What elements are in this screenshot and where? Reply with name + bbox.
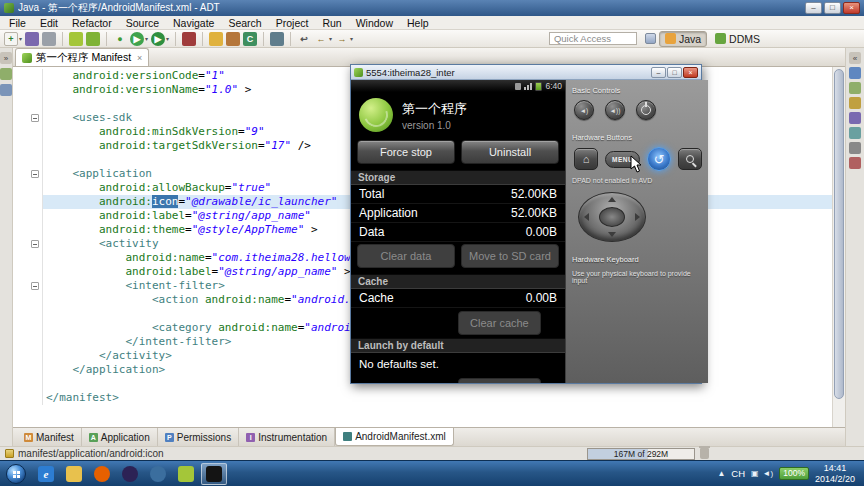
new-project-button[interactable] xyxy=(209,32,223,46)
taskbar-adt-button[interactable] xyxy=(145,463,171,485)
menu-refactor[interactable]: Refactor xyxy=(65,17,119,29)
volume-tray-icon[interactable]: ◄) xyxy=(763,469,774,478)
editor-scrollbar[interactable] xyxy=(832,67,845,427)
new-class-button[interactable]: C xyxy=(243,32,257,46)
perspective-ddms-button[interactable]: DDMS xyxy=(710,32,765,46)
tab-application[interactable]: AApplication xyxy=(82,428,158,446)
menu-edit[interactable]: Edit xyxy=(33,17,65,29)
menu-navigate[interactable]: Navigate xyxy=(166,17,221,29)
tab-permissions[interactable]: PPermissions xyxy=(158,428,239,446)
dpad-center-button[interactable] xyxy=(599,207,625,227)
volume-down-button[interactable]: ◄) xyxy=(574,100,594,120)
fold-marker-icon[interactable] xyxy=(31,114,39,122)
dropdown-arrow-icon[interactable]: ▾ xyxy=(145,35,148,42)
menu-file[interactable]: File xyxy=(2,17,33,29)
power-button[interactable] xyxy=(636,100,656,120)
fold-marker-icon[interactable] xyxy=(31,240,39,248)
problems-view-icon[interactable] xyxy=(849,97,861,109)
menu-project[interactable]: Project xyxy=(269,17,316,29)
external-tools-button[interactable]: ▶▾ xyxy=(151,32,169,46)
clear-data-button[interactable]: Clear data xyxy=(357,244,455,268)
ime-tray-icon[interactable]: ▣ xyxy=(751,469,759,478)
emulator-close-button[interactable]: × xyxy=(683,67,698,78)
avd-manager-button[interactable] xyxy=(86,32,100,46)
new-package-button[interactable] xyxy=(226,32,240,46)
clear-cache-button[interactable]: Clear cache xyxy=(458,311,541,335)
package-explorer-view-icon[interactable] xyxy=(0,68,12,80)
move-to-sd-button[interactable]: Move to SD card xyxy=(461,244,559,268)
fold-marker-icon[interactable] xyxy=(31,170,39,178)
dropdown-arrow-icon[interactable]: ▾ xyxy=(19,35,22,42)
restore-left-views-icon[interactable]: » xyxy=(0,52,12,64)
emulator-screen[interactable]: 6:40 第一个程序 version 1.0 Force stop Uninst… xyxy=(351,80,565,383)
fold-marker-icon[interactable] xyxy=(31,282,39,290)
save-button[interactable] xyxy=(25,32,39,46)
new-wizard-button[interactable]: +▾ xyxy=(4,32,22,46)
hierarchy-view-icon[interactable] xyxy=(0,84,12,96)
menu-source[interactable]: Source xyxy=(119,17,166,29)
console-view-icon[interactable] xyxy=(849,142,861,154)
taskbar-explorer-button[interactable] xyxy=(61,463,87,485)
emulator-titlebar[interactable]: 5554:itheima28_inter – □ × xyxy=(351,65,701,80)
open-perspective-icon[interactable] xyxy=(645,33,656,44)
taskbar-android-button[interactable] xyxy=(173,463,199,485)
quick-access-input[interactable]: Quick Access xyxy=(549,32,637,45)
coverage-button[interactable] xyxy=(182,32,196,46)
taskbar-ie-button[interactable]: e xyxy=(33,463,59,485)
force-stop-button[interactable]: Force stop xyxy=(357,140,455,164)
tab-manifest[interactable]: MManifest xyxy=(17,428,82,446)
print-button[interactable] xyxy=(42,32,56,46)
javadoc-view-icon[interactable] xyxy=(849,112,861,124)
menu-window[interactable]: Window xyxy=(349,17,400,29)
task-list-view-icon[interactable] xyxy=(849,67,861,79)
maximize-button[interactable]: □ xyxy=(824,2,841,14)
tab-instrumentation[interactable]: IInstrumentation xyxy=(239,428,335,446)
emulator-maximize-button[interactable]: □ xyxy=(667,67,682,78)
menu-run[interactable]: Run xyxy=(315,17,348,29)
start-button[interactable] xyxy=(6,464,26,484)
debug-button[interactable]: ● xyxy=(113,32,127,46)
language-indicator[interactable]: CH xyxy=(731,468,745,479)
dpad-control[interactable] xyxy=(578,192,646,242)
dropdown-arrow-icon[interactable]: ▾ xyxy=(166,35,169,42)
tab-androidmanifest-xml[interactable]: AndroidManifest.xml xyxy=(335,428,454,446)
perspective-java-button[interactable]: Java xyxy=(659,31,707,47)
last-edit-button[interactable]: ↩ xyxy=(297,32,311,46)
dpad-up-button[interactable] xyxy=(608,197,616,202)
restore-right-views-icon[interactable]: « xyxy=(849,52,861,64)
dpad-left-button[interactable] xyxy=(584,213,589,221)
search-button[interactable] xyxy=(678,148,702,170)
battery-indicator[interactable]: 100% xyxy=(779,467,809,480)
clear-defaults-button[interactable] xyxy=(458,378,541,383)
android-sdk-manager-button[interactable] xyxy=(69,32,83,46)
back-button[interactable]: ←▾ xyxy=(314,32,332,46)
volume-up-button[interactable]: ◄)) xyxy=(605,100,625,120)
search-button[interactable] xyxy=(270,32,284,46)
forward-button[interactable]: →▾ xyxy=(335,32,353,46)
tab-close-icon[interactable]: × xyxy=(137,53,142,63)
menu-search[interactable]: Search xyxy=(221,17,268,29)
minimize-button[interactable]: – xyxy=(805,2,822,14)
lint-view-icon[interactable] xyxy=(849,157,861,169)
menu-help[interactable]: Help xyxy=(400,17,436,29)
close-button[interactable]: × xyxy=(843,2,860,14)
dropdown-arrow-icon[interactable]: ▾ xyxy=(350,35,353,42)
scrollbar-thumb[interactable] xyxy=(834,69,844,399)
outline-view-icon[interactable] xyxy=(849,82,861,94)
taskbar-clock[interactable]: 14:41 2014/2/20 xyxy=(815,463,858,485)
back-button[interactable]: ↺ xyxy=(647,147,671,171)
taskbar-eclipse-button[interactable] xyxy=(117,463,143,485)
garbage-collect-icon[interactable] xyxy=(700,448,709,459)
taskbar-emulator-button[interactable] xyxy=(201,463,227,485)
emulator-minimize-button[interactable]: – xyxy=(651,67,666,78)
run-button[interactable]: ▶▾ xyxy=(130,32,148,46)
dpad-down-button[interactable] xyxy=(608,232,616,237)
home-button[interactable]: ⌂ xyxy=(574,148,598,170)
dropdown-arrow-icon[interactable]: ▾ xyxy=(329,35,332,42)
tray-chevron-icon[interactable]: ▲ xyxy=(717,469,725,478)
dpad-right-button[interactable] xyxy=(635,213,640,221)
uninstall-button[interactable]: Uninstall xyxy=(461,140,559,164)
editor-tab-manifest[interactable]: 第一个程序 Manifest × xyxy=(15,48,149,66)
declaration-view-icon[interactable] xyxy=(849,127,861,139)
taskbar-firefox-button[interactable] xyxy=(89,463,115,485)
